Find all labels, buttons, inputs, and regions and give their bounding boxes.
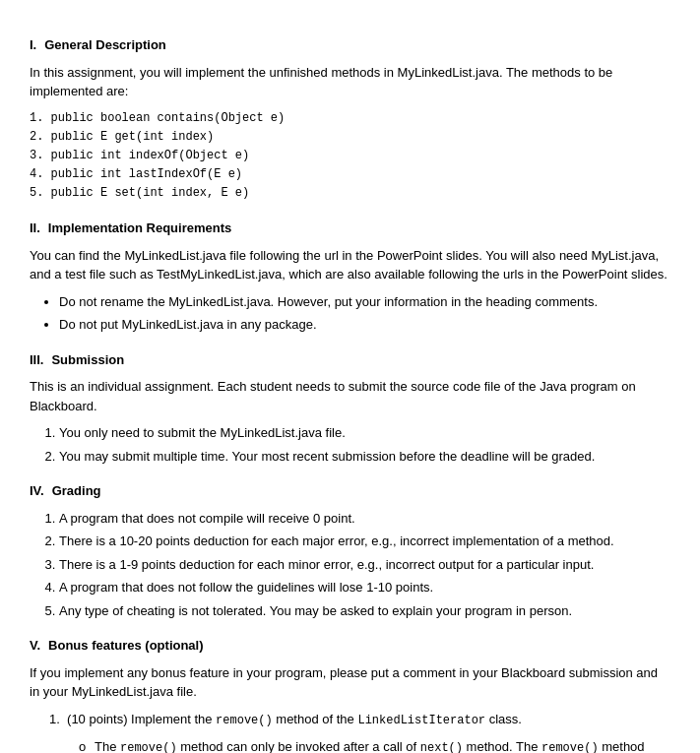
section-header-II: II.Implementation Requirements	[30, 219, 670, 238]
section-header-IV: IV.Grading	[30, 481, 670, 501]
submission-intro: This is an individual assignment. Each s…	[30, 377, 670, 415]
bonus-item-1-text: 1. (10 points) Implement the remove() me…	[49, 710, 670, 729]
method-1: 1. public boolean contains(Object e)	[30, 109, 670, 128]
section-bonus: V.Bonus features (optional) If you imple…	[30, 636, 670, 753]
impl-bullet-1: Do not rename the MyLinkedList.java. How…	[59, 292, 670, 312]
submission-items: You only need to submit the MyLinkedList…	[59, 423, 670, 466]
remove-method-inline: remove()	[216, 714, 273, 727]
section-submission: III.Submission This is an individual ass…	[30, 350, 670, 467]
impl-bullet-2: Do not put MyLinkedList.java in any pack…	[59, 315, 670, 335]
implementation-paragraph: You can find the MyLinkedList.java file …	[30, 246, 670, 284]
grading-item-4: A program that does not follow the guide…	[59, 578, 670, 597]
method-4: 4. public int lastIndexOf(E e)	[30, 165, 670, 184]
grading-item-1: A program that does not compile will rec…	[59, 509, 670, 529]
section-general-description: I.General Description In this assignment…	[30, 35, 670, 203]
submission-item-1: You only need to submit the MyLinkedList…	[59, 423, 670, 443]
bonus-sub-items: The remove() method can only be invoked …	[79, 737, 670, 753]
grading-item-3: There is a 1-9 points deduction for each…	[59, 555, 670, 575]
bonus-item-1: 1. (10 points) Implement the remove() me…	[49, 710, 670, 753]
grading-item-5: Any type of cheating is not tolerated. Y…	[59, 601, 670, 621]
section-header-III: III.Submission	[30, 350, 670, 370]
method-3: 3. public int indexOf(Object e)	[30, 147, 670, 165]
linkedlistiterator-inline: LinkedListIterator	[357, 714, 485, 727]
grading-items: A program that does not compile will rec…	[59, 509, 670, 621]
section-grading: IV.Grading A program that does not compi…	[30, 481, 670, 620]
section-header-I: I.General Description	[30, 35, 670, 55]
submission-item-2: You may submit multiple time. Your most …	[59, 447, 670, 467]
bonus-intro: If you implement any bonus feature in yo…	[30, 663, 670, 702]
methods-list: 1. public boolean contains(Object e) 2. …	[30, 109, 670, 204]
general-description-intro: In this assignment, you will implement t…	[30, 63, 670, 101]
method-5: 5. public E set(int index, E e)	[30, 184, 670, 203]
method-2: 2. public E get(int index)	[30, 128, 670, 147]
implementation-bullets: Do not rename the MyLinkedList.java. How…	[59, 292, 670, 335]
grading-item-2: There is a 10-20 points deduction for ea…	[59, 532, 670, 551]
section-implementation-requirements: II.Implementation Requirements You can f…	[30, 219, 670, 335]
section-header-V: V.Bonus features (optional)	[30, 636, 670, 656]
bonus-sub-item-1: The remove() method can only be invoked …	[79, 737, 670, 753]
